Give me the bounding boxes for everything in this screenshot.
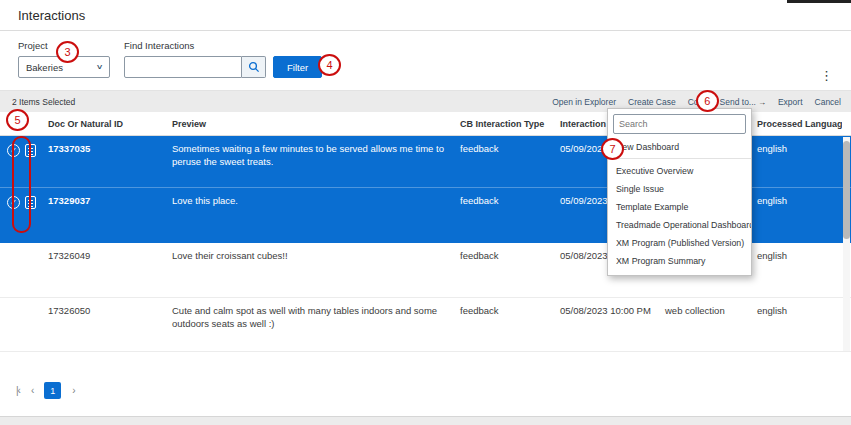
preview-cell: Sometimes waiting a few minutes to be se… (168, 136, 456, 187)
screen-edge-artifact (787, 0, 851, 3)
cancel-action[interactable]: Cancel (815, 97, 841, 107)
find-interactions-label: Find Interactions (124, 40, 322, 51)
doc-id-cell[interactable]: 17337035 (44, 136, 168, 187)
language-cell: english (753, 243, 842, 297)
previous-page-button[interactable]: ‹ (31, 385, 33, 396)
preview-cell: Love their croissant cubes!! (168, 243, 456, 297)
chevron-down-icon: ∨ (96, 63, 104, 71)
annotation-step-5: 5 (6, 109, 29, 131)
interaction-type-cell: feedback (456, 298, 556, 351)
project-selected-value: Bakeries (26, 62, 63, 73)
create-case-action[interactable]: Create Case (628, 97, 676, 107)
menu-item-treadmade-operational-dashboard[interactable]: Treadmade Operational Dashboard (608, 216, 751, 234)
menu-item-xm-program-summary[interactable]: XM Program Summary (608, 252, 751, 270)
language-cell: english (753, 188, 842, 243)
menu-item-xm-program-published[interactable]: XM Program (Published Version) (608, 234, 751, 252)
table-row[interactable]: 17326050 Cute and calm spot as well with… (0, 298, 851, 352)
page-title: Interactions (0, 0, 851, 31)
send-to-dropdown-menu: 7 New Dashboard Executive Overview Singl… (607, 108, 752, 276)
language-column-header[interactable]: Processed Language (753, 119, 842, 129)
annotation-step-4: 4 (318, 54, 341, 76)
send-to-label: Send to... (720, 97, 756, 107)
footer-strip (0, 416, 851, 425)
current-page-indicator[interactable]: 1 (44, 382, 61, 399)
filter-button[interactable]: Filter (273, 56, 322, 78)
annotation-step-6: 6 (696, 90, 719, 112)
find-interactions-input[interactable] (124, 56, 242, 78)
search-icon (248, 61, 260, 73)
find-interactions-field: Find Interactions Filter (124, 40, 322, 78)
menu-item-single-issue[interactable]: Single Issue (608, 180, 751, 198)
open-in-explorer-action[interactable]: Open in Explorer (552, 97, 616, 107)
row-selection-cell[interactable] (0, 298, 44, 351)
language-cell: english (753, 298, 842, 351)
interaction-type-cell: feedback (456, 136, 556, 187)
find-interactions-row: Filter (124, 56, 322, 78)
interaction-type-column-header[interactable]: CB Interaction Type (456, 119, 556, 129)
overflow-menu-icon[interactable]: ⋮ (816, 67, 837, 84)
interaction-type-cell: feedback (456, 243, 556, 297)
source-cell: web collection (661, 298, 753, 351)
doc-id-cell[interactable]: 17326050 (44, 298, 168, 351)
search-button[interactable] (242, 56, 266, 78)
first-page-button[interactable]: |‹ (16, 385, 20, 396)
preview-cell: Cute and calm spot as well with many tab… (168, 298, 456, 351)
language-cell: english (753, 136, 842, 187)
copy-action[interactable]: Copy 6 (688, 97, 708, 107)
preview-cell: Love this place. (168, 188, 456, 243)
next-page-button[interactable]: › (72, 385, 74, 396)
toolbar-actions: Open in Explorer Create Case Copy 6 Send… (552, 97, 841, 107)
selection-status: 2 Items Selected (12, 97, 75, 107)
pagination: |‹ ‹ 1 › (16, 382, 851, 399)
annotation-step-7: 7 (601, 138, 624, 160)
vertical-scrollbar[interactable] (843, 137, 850, 351)
menu-item-executive-overview[interactable]: Executive Overview (608, 162, 751, 180)
row-selection-cell[interactable] (0, 243, 44, 297)
annotation-highlight-rect (12, 136, 31, 233)
menu-item-template-example[interactable]: Template Example (608, 198, 751, 216)
cursor-arrow-icon: → (758, 98, 766, 107)
menu-item-new-dashboard[interactable]: New Dashboard (608, 138, 751, 159)
menu-search-input[interactable] (613, 114, 746, 134)
doc-id-cell[interactable]: 17326049 (44, 243, 168, 297)
doc-id-cell[interactable]: 17329037 (44, 188, 168, 243)
annotation-step-3: 3 (56, 41, 79, 63)
send-to-action[interactable]: Send to...→ (720, 97, 766, 107)
filter-bar: Project Bakeries ∨ Find Interactions Fil… (0, 31, 851, 90)
scrollbar-thumb[interactable] (843, 141, 850, 239)
interaction-type-cell: feedback (456, 188, 556, 243)
export-action[interactable]: Export (778, 97, 803, 107)
doc-id-column-header[interactable]: Doc Or Natural ID (44, 119, 168, 129)
interaction-date-cell: 05/08/2023 10:00 PM (556, 298, 661, 351)
preview-column-header[interactable]: Preview (168, 119, 456, 129)
